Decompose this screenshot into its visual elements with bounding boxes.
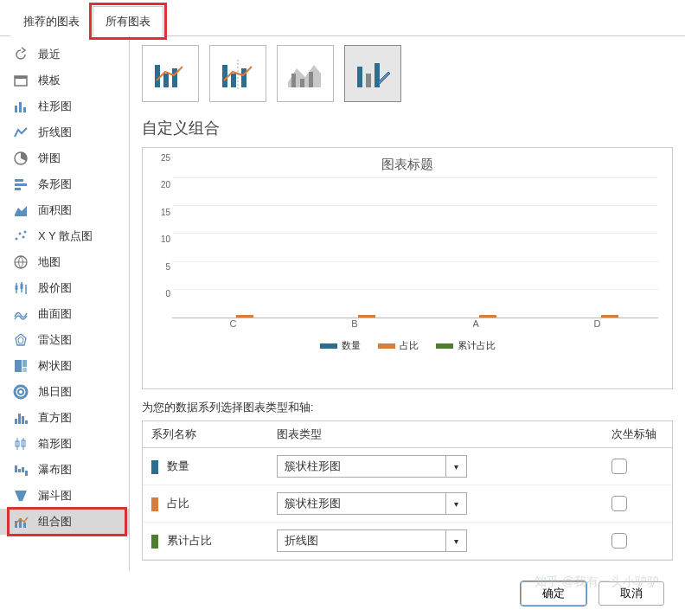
svg-rect-36 <box>22 467 24 472</box>
sidebar-item-waterfall[interactable]: 瀑布图 <box>0 457 129 483</box>
svg-rect-17 <box>21 284 23 289</box>
histogram-icon <box>12 409 29 427</box>
svg-rect-27 <box>18 414 21 424</box>
svg-rect-50 <box>300 79 304 87</box>
sidebar-item-scatter[interactable]: X Y 散点图 <box>0 223 129 249</box>
sidebar-item-label: 最近 <box>38 47 61 62</box>
box-icon <box>12 435 29 452</box>
line-icon <box>12 124 29 141</box>
cancel-button[interactable]: 取消 <box>599 581 664 606</box>
sidebar-item-template[interactable]: 模板 <box>0 67 129 93</box>
sidebar-item-funnel[interactable]: 漏斗图 <box>0 483 129 509</box>
svg-rect-44 <box>172 68 177 87</box>
sidebar-item-column[interactable]: 柱形图 <box>0 93 129 119</box>
subtype-2[interactable] <box>209 45 266 102</box>
y-axis: 0510152025 <box>157 178 172 318</box>
sidebar-item-label: 旭日图 <box>38 384 72 400</box>
svg-point-11 <box>22 236 25 239</box>
sidebar-item-map[interactable]: 地图 <box>0 249 129 275</box>
svg-rect-48 <box>241 68 246 87</box>
sidebar-item-surface[interactable]: 曲面图 <box>0 301 129 327</box>
scatter-icon <box>12 228 29 245</box>
sidebar-item-label: 雷达图 <box>38 332 72 348</box>
tab-all-charts[interactable]: 所有图表 <box>93 6 163 36</box>
svg-rect-8 <box>15 188 21 190</box>
svg-rect-28 <box>22 416 24 424</box>
sidebar-item-line[interactable]: 折线图 <box>0 119 129 145</box>
svg-point-9 <box>16 238 18 241</box>
subtype-1[interactable] <box>142 45 199 102</box>
svg-rect-6 <box>15 179 23 182</box>
svg-rect-21 <box>15 360 22 372</box>
sidebar-item-label: 面积图 <box>38 202 72 218</box>
sidebar-item-label: 漏斗图 <box>38 488 72 504</box>
svg-rect-15 <box>16 286 18 290</box>
area-icon <box>12 202 29 219</box>
plot-area <box>172 178 658 318</box>
svg-point-10 <box>19 233 22 235</box>
section-title: 自定义组合 <box>142 118 673 138</box>
sidebar-item-recent[interactable]: 最近 <box>0 42 129 67</box>
funnel-icon <box>12 487 29 504</box>
stock-icon <box>12 279 29 297</box>
sidebar-item-label: 模板 <box>38 73 61 88</box>
svg-rect-45 <box>222 65 227 87</box>
tab-strip: 推荐的图表 所有图表 <box>0 0 685 36</box>
sidebar-item-label: 折线图 <box>38 125 72 140</box>
radar-icon <box>12 331 29 349</box>
subtype-row <box>142 45 673 102</box>
svg-marker-38 <box>15 491 27 501</box>
chart-title: 图表标题 <box>157 157 658 173</box>
sidebar-item-histogram[interactable]: 直方图 <box>0 405 129 431</box>
sidebar-item-treemap[interactable]: 树状图 <box>0 353 129 379</box>
chart-type-sidebar: 最近模板柱形图折线图饼图条形图面积图X Y 散点图地图股价图曲面图雷达图树状图旭… <box>0 36 130 571</box>
dialog-footer: 确定 取消 <box>0 571 685 616</box>
sidebar-item-bar[interactable]: 条形图 <box>0 171 129 197</box>
svg-rect-42 <box>155 65 160 87</box>
recent-icon <box>12 46 29 63</box>
chart-preview: 图表标题 0510152025 CBAD 数量 占比 累计占比 <box>142 147 673 389</box>
map-icon <box>12 253 29 271</box>
subtype-3[interactable] <box>277 45 334 102</box>
svg-point-12 <box>24 231 27 234</box>
svg-rect-3 <box>19 102 22 112</box>
svg-point-24 <box>15 386 27 398</box>
treemap-icon <box>12 357 29 375</box>
svg-rect-1 <box>15 76 27 79</box>
sidebar-item-label: 树状图 <box>38 358 72 374</box>
svg-rect-43 <box>163 74 169 87</box>
ok-button[interactable]: 确定 <box>521 581 586 606</box>
surface-icon <box>12 305 29 323</box>
sidebar-item-label: 饼图 <box>38 151 61 166</box>
svg-rect-52 <box>357 67 362 87</box>
subtype-custom[interactable] <box>344 45 401 102</box>
sidebar-item-label: 瀑布图 <box>38 462 72 478</box>
sidebar-item-area[interactable]: 面积图 <box>0 197 129 223</box>
x-axis: CBAD <box>172 318 658 334</box>
main-panel: 自定义组合 图表标题 0510152025 CBAD 数量 占比 累计占比 为您… <box>130 36 685 571</box>
svg-rect-51 <box>309 72 313 87</box>
line-series <box>172 178 658 571</box>
tab-recommended[interactable]: 推荐的图表 <box>10 6 93 36</box>
svg-rect-22 <box>22 360 27 367</box>
sidebar-item-label: X Y 散点图 <box>38 228 93 244</box>
svg-rect-46 <box>231 74 236 87</box>
sidebar-item-label: 条形图 <box>38 176 72 192</box>
sidebar-item-stock[interactable]: 股价图 <box>0 275 129 301</box>
svg-rect-7 <box>15 183 27 186</box>
waterfall-icon <box>12 461 29 478</box>
sidebar-item-pie[interactable]: 饼图 <box>0 145 129 171</box>
sidebar-item-label: 曲面图 <box>38 306 72 322</box>
svg-marker-20 <box>18 337 23 343</box>
sidebar-item-sunburst[interactable]: 旭日图 <box>0 379 129 405</box>
sidebar-item-label: 箱形图 <box>38 436 72 452</box>
column-icon <box>12 98 29 115</box>
svg-rect-2 <box>15 106 17 112</box>
sidebar-item-label: 股价图 <box>38 280 72 296</box>
sidebar-item-box[interactable]: 箱形图 <box>0 431 129 457</box>
template-icon <box>12 72 29 89</box>
sidebar-item-radar[interactable]: 雷达图 <box>0 327 129 353</box>
sidebar-item-combo[interactable]: 组合图 <box>0 509 129 535</box>
sidebar-item-label: 组合图 <box>38 514 72 529</box>
svg-rect-29 <box>25 420 28 424</box>
